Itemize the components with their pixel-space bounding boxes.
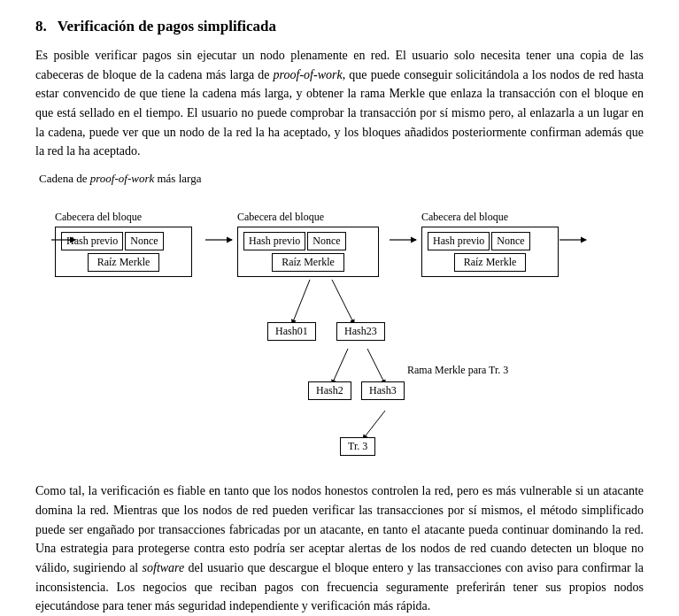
block-3-hash-prev: Hash previo — [428, 232, 490, 250]
hash3-node: Hash3 — [361, 381, 405, 400]
paragraph-1: Es posible verificar pagos sin ejecutar … — [35, 46, 644, 161]
svg-line-7 — [367, 349, 385, 384]
block-3-outer: Hash previo Nonce Raíz Merkle — [421, 227, 559, 277]
block-1-title: Cabecera del bloque — [55, 211, 192, 224]
block-2: Cabecera del bloque Hash previo Nonce Ra… — [237, 211, 379, 277]
section-title: Verificación de pagos simplificada — [58, 18, 276, 35]
tr3-node: Tr. 3 — [340, 437, 375, 456]
block-2-nonce: Nonce — [307, 232, 345, 250]
svg-line-4 — [292, 280, 310, 324]
rama-merkle-label: Rama Merkle para Tr. 3 — [407, 364, 508, 377]
paragraph-2: Como tal, la verificación es fiable en t… — [35, 481, 644, 616]
section-number: 8. — [35, 18, 47, 35]
block-3-nonce: Nonce — [491, 232, 529, 250]
svg-line-8 — [363, 411, 385, 439]
block-1-outer: Hash previo Nonce Raíz Merkle — [55, 227, 192, 277]
hash23-node: Hash23 — [336, 322, 385, 341]
hash01-node: Hash01 — [267, 322, 316, 341]
block-2-hash-prev: Hash previo — [243, 232, 305, 250]
svg-line-6 — [332, 349, 348, 384]
block-2-outer: Hash previo Nonce Raíz Merkle — [237, 227, 379, 277]
block-1-hash-prev: Hash previo — [61, 232, 123, 250]
block-1-merkle: Raíz Merkle — [88, 253, 160, 272]
block-3-title: Cabecera del bloque — [421, 211, 559, 224]
block-1: Cabecera del bloque Hash previo Nonce Ra… — [55, 211, 192, 277]
hash2-node: Hash2 — [308, 381, 351, 400]
block-2-merkle: Raíz Merkle — [272, 253, 344, 272]
block-3: Cabecera del bloque Hash previo Nonce Ra… — [421, 211, 559, 277]
diagram-area: Cabecera del bloque Hash previo Nonce Ra… — [35, 191, 644, 474]
block-3-merkle: Raíz Merkle — [454, 253, 527, 272]
block-2-title: Cabecera del bloque — [237, 211, 379, 224]
chain-label: Cadena de proof-of-work más larga — [39, 172, 644, 186]
block-1-nonce: Nonce — [125, 232, 163, 250]
svg-line-5 — [332, 280, 354, 324]
